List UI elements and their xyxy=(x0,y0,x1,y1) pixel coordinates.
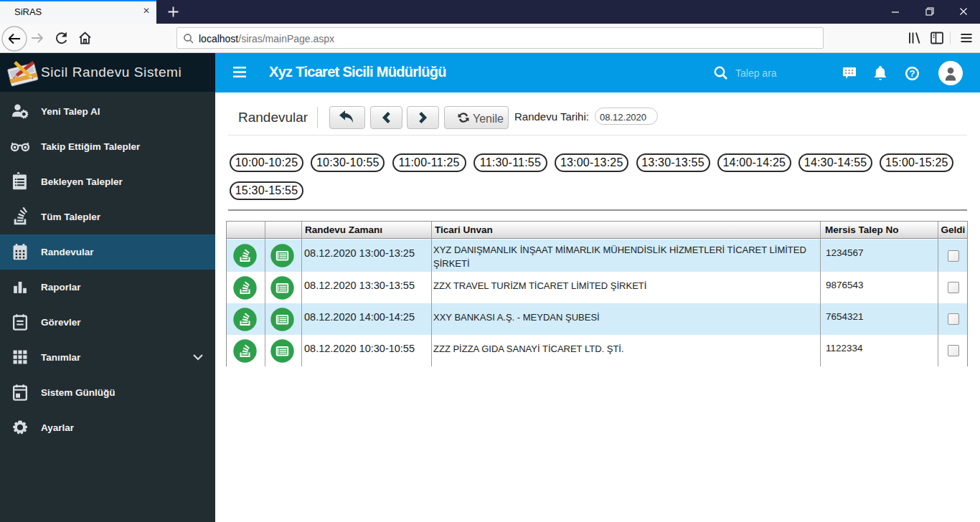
svg-text:?: ? xyxy=(910,68,915,79)
